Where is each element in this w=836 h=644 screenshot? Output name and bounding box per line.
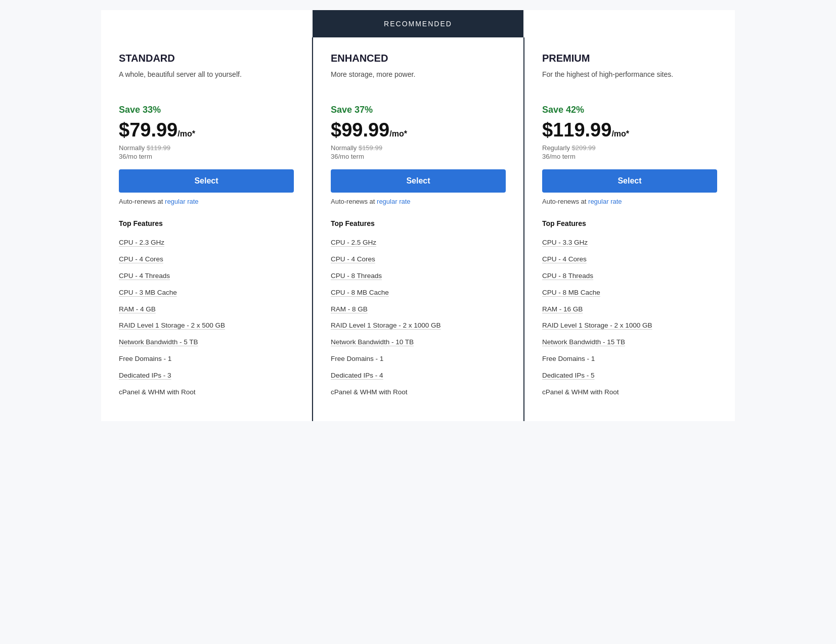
feature-item: Free Domains - 1 [119, 351, 294, 367]
feature-item: CPU - 4 Cores [119, 251, 294, 268]
recommended-label: RECOMMENDED [384, 20, 452, 28]
feature-item: Free Domains - 1 [542, 351, 717, 367]
feature-item: CPU - 8 Threads [542, 268, 717, 285]
save-badge: Save 42% [542, 105, 717, 115]
feature-item: cPanel & WHM with Root [331, 384, 506, 401]
feature-item: CPU - 4 Cores [331, 251, 506, 268]
price-normal: Normally $159.99 [331, 144, 506, 152]
feature-item: RAM - 4 GB [119, 301, 294, 318]
feature-item: CPU - 8 MB Cache [331, 285, 506, 301]
auto-renew-text: Auto-renews at regular rate [119, 198, 294, 205]
feature-item: cPanel & WHM with Root [119, 384, 294, 401]
feature-item: CPU - 3 MB Cache [119, 285, 294, 301]
feature-item: CPU - 3.3 GHz [542, 235, 717, 251]
features-list: CPU - 2.5 GHzCPU - 4 CoresCPU - 8 Thread… [331, 235, 506, 401]
price-normal: Normally $119.99 [119, 144, 294, 152]
price-term: 36/mo term [119, 153, 294, 160]
price-line: $119.99/mo* [542, 119, 717, 141]
feature-item: Dedicated IPs - 5 [542, 367, 717, 384]
feature-item: Dedicated IPs - 4 [331, 367, 506, 384]
price-main: $99.99 [331, 119, 389, 141]
feature-item: cPanel & WHM with Root [542, 384, 717, 401]
price-per: /mo* [389, 129, 407, 138]
feature-item: CPU - 8 MB Cache [542, 285, 717, 301]
regular-rate-link[interactable]: regular rate [588, 198, 622, 205]
price-normal: Regularly $209.99 [542, 144, 717, 152]
feature-item: CPU - 4 Threads [119, 268, 294, 285]
features-title: Top Features [542, 219, 717, 227]
auto-renew-text: Auto-renews at regular rate [542, 198, 717, 205]
feature-item: RAID Level 1 Storage - 2 x 1000 GB [542, 317, 717, 334]
price-per: /mo* [611, 129, 629, 138]
plans-container: STANDARD A whole, beautiful server all t… [101, 37, 735, 421]
plan-col-enhanced: ENHANCED More storage, more power. Save … [312, 37, 524, 421]
features-list: CPU - 3.3 GHzCPU - 4 CoresCPU - 8 Thread… [542, 235, 717, 401]
select-button[interactable]: Select [542, 169, 717, 193]
feature-item: Free Domains - 1 [331, 351, 506, 367]
feature-item: Network Bandwidth - 5 TB [119, 334, 294, 351]
feature-item: Dedicated IPs - 3 [119, 367, 294, 384]
features-title: Top Features [331, 219, 506, 227]
feature-item: CPU - 4 Cores [542, 251, 717, 268]
price-term: 36/mo term [542, 153, 717, 160]
plan-desc: More storage, more power. [331, 69, 506, 94]
plan-desc: For the highest of high-performance site… [542, 69, 717, 94]
pricing-wrapper: RECOMMENDED STANDARD A whole, beautiful … [101, 10, 735, 421]
select-button[interactable]: Select [331, 169, 506, 193]
feature-item: CPU - 2.5 GHz [331, 235, 506, 251]
save-badge: Save 37% [331, 105, 506, 115]
select-button[interactable]: Select [119, 169, 294, 193]
price-line: $99.99/mo* [331, 119, 506, 141]
feature-item: RAM - 8 GB [331, 301, 506, 318]
feature-item: RAID Level 1 Storage - 2 x 1000 GB [331, 317, 506, 334]
feature-item: RAM - 16 GB [542, 301, 717, 318]
auto-renew-text: Auto-renews at regular rate [331, 198, 506, 205]
feature-item: CPU - 2.3 GHz [119, 235, 294, 251]
feature-item: RAID Level 1 Storage - 2 x 500 GB [119, 317, 294, 334]
features-list: CPU - 2.3 GHzCPU - 4 CoresCPU - 4 Thread… [119, 235, 294, 401]
price-main: $119.99 [542, 119, 611, 141]
price-term: 36/mo term [331, 153, 506, 160]
features-title: Top Features [119, 219, 294, 227]
save-badge: Save 33% [119, 105, 294, 115]
regular-rate-link[interactable]: regular rate [165, 198, 198, 205]
feature-item: CPU - 8 Threads [331, 268, 506, 285]
plan-desc: A whole, beautiful server all to yoursel… [119, 69, 294, 94]
feature-item: Network Bandwidth - 10 TB [331, 334, 506, 351]
price-line: $79.99/mo* [119, 119, 294, 141]
plan-col-standard: STANDARD A whole, beautiful server all t… [101, 37, 312, 421]
feature-item: Network Bandwidth - 15 TB [542, 334, 717, 351]
plan-name: PREMIUM [542, 53, 717, 64]
recommended-banner: RECOMMENDED [313, 10, 524, 37]
price-main: $79.99 [119, 119, 178, 141]
regular-rate-link[interactable]: regular rate [377, 198, 410, 205]
price-per: /mo* [178, 129, 195, 138]
plan-name: STANDARD [119, 53, 294, 64]
plan-name: ENHANCED [331, 53, 506, 64]
plan-col-premium: PREMIUM For the highest of high-performa… [524, 37, 735, 421]
